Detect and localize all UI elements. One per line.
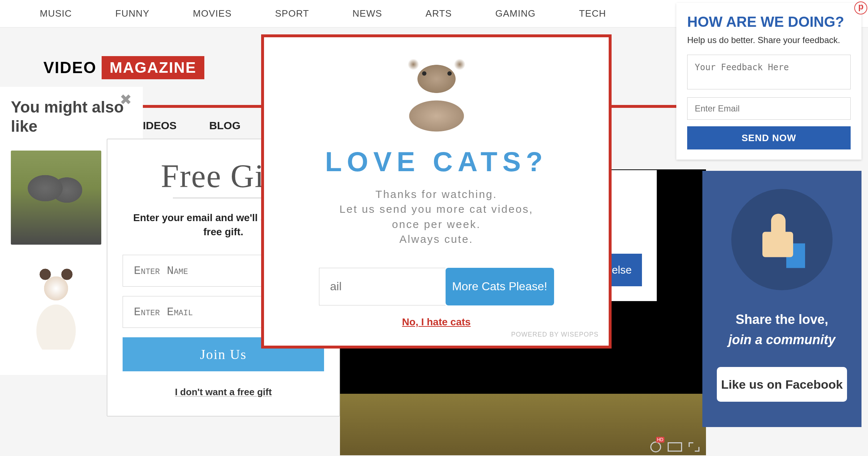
theater-mode-icon[interactable] (668, 442, 682, 452)
suggested-thumb-1[interactable] (11, 151, 101, 245)
pinterest-icon[interactable] (854, 1, 867, 14)
feedback-textarea[interactable] (687, 55, 851, 89)
settings-icon[interactable] (650, 442, 661, 452)
cats-body: Thanks for watching. Let us send you mor… (268, 187, 605, 247)
logo-badge: MAGAZINE (102, 56, 204, 79)
nav-music[interactable]: MUSIC (40, 8, 72, 19)
logo-text: VIDEO (43, 59, 97, 77)
share-card: Share the love, join a community Like us… (702, 171, 861, 427)
send-now-button[interactable]: SEND NOW (687, 126, 851, 149)
powered-by-label: POWERED BY WISEPOPS (268, 331, 605, 338)
kitten-icon (379, 48, 494, 139)
nav-movies[interactable]: MOVIES (193, 8, 231, 19)
cats-email-input[interactable] (319, 268, 446, 305)
cats-popup: LOVE CATS? Thanks for watching. Let us s… (261, 34, 612, 349)
share-line-1: Share the love, (717, 312, 847, 327)
share-line-2: join a community (717, 332, 847, 347)
fullscreen-icon[interactable] (689, 442, 699, 452)
subnav-blog[interactable]: BLOG (209, 119, 241, 132)
nav-gaming[interactable]: GAMING (495, 8, 535, 19)
nav-funny[interactable]: FUNNY (115, 8, 150, 19)
close-icon[interactable]: ✖ (120, 91, 132, 108)
nav-arts[interactable]: ARTS (426, 8, 452, 19)
divider (173, 198, 274, 198)
feedback-panel: HOW ARE WE DOING? Help us do better. Sha… (676, 3, 861, 160)
nav-news[interactable]: NEWS (353, 8, 382, 19)
nav-sport[interactable]: SPORT (275, 8, 309, 19)
thumbs-up-icon (731, 189, 833, 290)
yml-title: You might also like (11, 98, 132, 136)
more-cats-button[interactable]: More Cats Please! (446, 268, 554, 305)
feedback-title: HOW ARE WE DOING? (687, 14, 851, 30)
cats-decline-link[interactable]: No, I hate cats (268, 316, 605, 328)
gift-decline-link[interactable]: I don't want a free gift (123, 387, 324, 398)
cats-title: LOVE CATS? (268, 146, 605, 177)
like-facebook-button[interactable]: Like us on Facebook (717, 367, 847, 402)
feedback-email-input[interactable] (687, 97, 851, 120)
suggested-thumb-2[interactable] (11, 256, 101, 350)
nav-tech[interactable]: TECH (579, 8, 606, 19)
feedback-subtitle: Help us do better. Share your feedback. (687, 35, 851, 45)
